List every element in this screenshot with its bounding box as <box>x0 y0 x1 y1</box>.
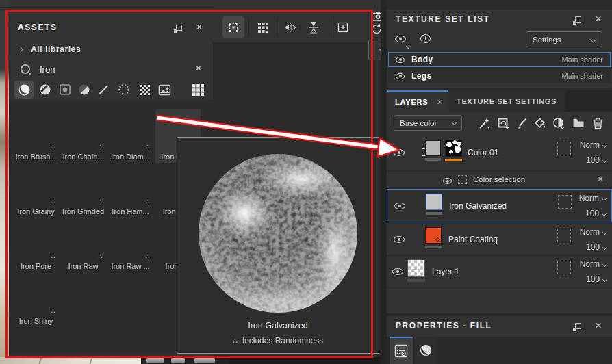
add-folder-icon[interactable] <box>571 116 586 130</box>
search-input[interactable]: Iron <box>9 60 213 78</box>
add-fill-layer-icon[interactable] <box>533 116 548 130</box>
asset-item[interactable]: Iron Chain... <box>61 109 106 163</box>
2d-view-toolbar <box>213 0 381 43</box>
add-smart-material-icon[interactable] <box>496 116 511 130</box>
rotate-view-icon[interactable] <box>370 23 381 37</box>
visibility-eye-dropdown-icon[interactable] <box>395 35 406 44</box>
library-filter-row[interactable]: All libraries <box>9 41 81 57</box>
asset-item-label: Iron Chain... <box>63 153 104 161</box>
channel-dropdown[interactable]: Base color <box>394 115 462 131</box>
settings-dropdown[interactable]: Settings <box>526 31 602 47</box>
opacity-dropdown[interactable]: 100 <box>586 155 607 165</box>
layer-name: Iron Galvanized <box>449 201 507 211</box>
visibility-eye-icon[interactable] <box>396 73 405 79</box>
add-paint-layer-icon[interactable] <box>515 116 530 130</box>
layer-content-thumbnail[interactable] <box>407 259 425 277</box>
asset-item[interactable]: Iron Shiny <box>14 274 59 327</box>
asset-item[interactable]: Iron Brush... <box>14 109 59 163</box>
layer-content-thumbnail[interactable] <box>425 227 442 244</box>
panel-splitter[interactable] <box>381 0 387 364</box>
clear-search-icon[interactable] <box>194 64 203 73</box>
asset-item[interactable]: Iron Ham... <box>108 164 153 218</box>
layer-visibility-eye-icon[interactable] <box>394 236 405 243</box>
layer-row-layer-1[interactable]: Layer 1 Norm 100 <box>387 256 612 288</box>
tab-texture-set-settings[interactable]: TEXTURE SET SETTINGS <box>448 90 565 112</box>
toolbar-separator <box>277 18 277 37</box>
tab-layers[interactable]: LAYERS <box>387 90 448 112</box>
mirror-vertical-button[interactable] <box>303 16 324 38</box>
layer-row-iron-galvanized-selected[interactable]: Iron Galvanized Norm 100 <box>387 189 612 222</box>
chevron-down-icon <box>602 276 607 281</box>
asset-item[interactable]: Iron Pure <box>14 219 59 272</box>
filter-brushes-icon[interactable] <box>94 81 114 99</box>
undock-panel-icon[interactable] <box>176 25 182 31</box>
asset-item-label: Iron Grinded <box>62 207 104 216</box>
texture-set-row-legs[interactable]: Legs Main shader <box>388 68 611 83</box>
frame-center-button[interactable] <box>332 16 354 38</box>
asset-item[interactable]: Iron Raw <box>61 219 106 272</box>
channel-indicator-bar <box>425 158 441 161</box>
solo-view-icon[interactable] <box>420 34 431 43</box>
layer-content-thumbnail[interactable] <box>426 194 442 210</box>
camera-icon[interactable] <box>372 11 381 23</box>
texture-set-list-toolbar: Settings <box>387 29 612 51</box>
opacity-dropdown[interactable]: 100 <box>586 274 607 284</box>
effect-row-color-selection[interactable]: Color selection <box>387 171 612 188</box>
add-effect-wand-icon[interactable] <box>476 116 492 130</box>
asset-item[interactable]: Iron Diam... <box>108 109 153 163</box>
randomness-dots-icon <box>145 198 149 205</box>
view-mode-dropdown-partial[interactable] <box>368 40 381 60</box>
tab-fill-parameters[interactable] <box>390 337 413 364</box>
close-panel-icon[interactable] <box>594 321 603 330</box>
search-value: Iron <box>40 64 55 75</box>
blend-mode-dropdown[interactable]: Norm <box>579 194 606 203</box>
chevron-down-icon <box>602 229 607 234</box>
filter-materials-icon[interactable] <box>14 81 34 99</box>
texture-set-row-body[interactable]: Body Main shader <box>388 52 611 67</box>
asset-item-label: Iron Diam... <box>111 153 150 161</box>
layer-visibility-eye-icon[interactable] <box>394 203 405 209</box>
right-dock-column: TEXTURE SET LIST Settings Body Main shad… <box>387 0 612 364</box>
blend-mode-dropdown[interactable]: Norm <box>580 227 607 237</box>
filter-alphas-icon[interactable] <box>55 81 75 99</box>
opacity-dropdown[interactable]: 100 <box>585 209 606 218</box>
layer-visibility-eye-icon[interactable] <box>394 149 405 156</box>
filter-smart-materials-icon[interactable] <box>36 81 55 99</box>
remove-effect-icon[interactable] <box>596 174 605 184</box>
add-smart-mask-icon[interactable] <box>551 116 566 130</box>
asset-item[interactable]: Iron Grinded <box>61 164 106 218</box>
empty-effect-slot <box>557 261 571 274</box>
asset-item[interactable]: Iron Grainy <box>14 164 59 218</box>
randomness-dots-icon <box>51 143 55 151</box>
tile-grid-button[interactable] <box>252 16 274 38</box>
filter-smart-masks-icon[interactable] <box>75 81 94 99</box>
tab-material-mode[interactable] <box>414 337 437 364</box>
delete-trash-icon[interactable] <box>590 116 605 130</box>
chevron-down-icon <box>602 157 607 162</box>
grid-view-toggle-icon[interactable] <box>188 81 207 99</box>
filter-particles-icon[interactable] <box>114 81 133 99</box>
texture-set-list-header: TEXTURE SET LIST <box>387 10 612 29</box>
layer-visibility-eye-icon[interactable] <box>392 268 403 275</box>
undock-panel-icon[interactable] <box>575 16 581 23</box>
transform-marquee-button[interactable] <box>222 16 244 38</box>
layer-content-thumbnail[interactable] <box>425 140 441 156</box>
opacity-dropdown[interactable]: 100 <box>586 242 607 252</box>
mirror-horizontal-button[interactable] <box>279 16 301 38</box>
visibility-eye-icon[interactable] <box>396 57 405 63</box>
close-panel-icon[interactable] <box>594 14 603 24</box>
filter-environments-icon[interactable] <box>155 81 174 99</box>
close-panel-icon[interactable] <box>194 23 204 32</box>
effect-visibility-eye-icon[interactable] <box>443 178 452 184</box>
layer-row-paint-coating[interactable]: Paint Coating Norm 100 <box>387 223 612 256</box>
layer-mask-thumbnail[interactable] <box>445 140 462 157</box>
filter-patterns-icon[interactable] <box>135 81 154 99</box>
asset-item-label: Iron Raw ... <box>111 262 149 270</box>
close-tab-icon[interactable] <box>435 97 444 107</box>
layer-row-color-01[interactable]: Color 01 Norm 100 <box>387 135 612 171</box>
asset-item[interactable]: Iron Raw ... <box>108 219 153 272</box>
blend-mode-dropdown[interactable]: Norm <box>580 259 607 269</box>
mirror-horizontal-icon <box>283 21 297 34</box>
blend-mode-dropdown[interactable]: Norm <box>580 140 607 150</box>
undock-panel-icon[interactable] <box>575 323 581 329</box>
